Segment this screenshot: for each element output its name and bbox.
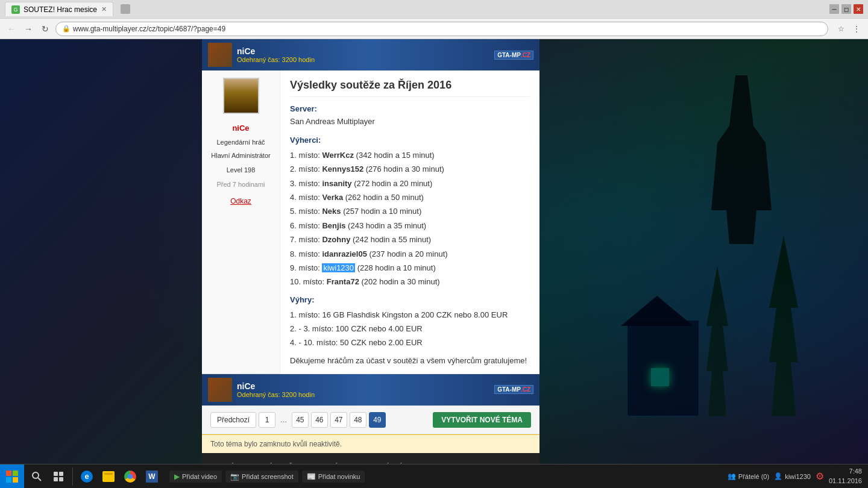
profile-link: Odkaz xyxy=(230,196,251,205)
winners-label: Výherci: xyxy=(290,136,530,145)
browser-tab[interactable]: G SOUTEZ! Hrac mesice ✕ xyxy=(5,2,113,16)
winner-row-2: 2. místo: Kennys152 (276 hodin a 30 minu… xyxy=(290,162,530,176)
profile-sidebar: niCe Legendární hráč Hlavní Administráto… xyxy=(202,70,280,374)
post-footer: Děkujeme hráčům za účast v soutěži a vše… xyxy=(290,356,530,365)
search-taskbar-icon[interactable] xyxy=(27,465,47,488)
user-avatar-icon: 👤 xyxy=(774,472,782,480)
winner-row-1: 1. místo: WerrKcz (342 hodin a 15 minut) xyxy=(290,148,530,162)
prizes-list: 1. místo: 16 GB Flashdisk Kingston a 200… xyxy=(290,308,530,350)
nav-right-icons: ☆ ⋮ xyxy=(834,22,863,36)
browser-chrome: G SOUTEZ! Hrac mesice ✕ ─ ◻ ✕ ← → ↻ 🔒 ww… xyxy=(0,0,868,39)
friends-icon: 👥 xyxy=(728,472,736,480)
winner-row-4: 4. místo: Verka (262 hodin a 50 minut) xyxy=(290,190,530,204)
winner-row-7: 7. místo: Dzohny (242 hodin a 55 minut) xyxy=(290,233,530,246)
bookmark-icon[interactable]: ☆ xyxy=(834,22,848,36)
banner-username: niCe xyxy=(237,46,489,56)
gta-logo-suffix: .CZ xyxy=(521,52,530,58)
gta-logo-text: GTA-MP xyxy=(497,52,521,58)
bottom-user-banner: niCe Odehraný čas: 3200 hodin GTA-MP.CZ xyxy=(202,374,539,405)
prev-page-btn[interactable]: Předchozí xyxy=(210,412,256,428)
back-btn[interactable]: ← xyxy=(5,22,18,36)
bottom-banner-avatar xyxy=(208,378,232,402)
profile-time: Před 7 hodinami xyxy=(216,181,265,188)
taskbar-clock: 7:48 01.11.2016 xyxy=(829,467,862,486)
page-49-btn[interactable]: 49 xyxy=(369,412,386,428)
tab-favicon: G xyxy=(11,5,20,14)
banner-avatar xyxy=(208,43,232,67)
add-news-btn[interactable]: 📰 Přidat novinku xyxy=(302,471,365,483)
forward-btn[interactable]: → xyxy=(22,22,35,36)
taskbar: e W ▶ Přidat video 📷 xyxy=(0,464,868,488)
friends-btn[interactable]: 👥 Přátelé (0) xyxy=(728,472,769,480)
server-label: Server: xyxy=(290,104,530,113)
restore-btn[interactable]: ◻ xyxy=(841,4,851,14)
browser-titlebar: G SOUTEZ! Hrac mesice ✕ ─ ◻ ✕ xyxy=(0,0,868,18)
explorer-taskbar-icon[interactable] xyxy=(98,465,119,488)
add-screenshot-label: Přidat screenshot xyxy=(242,473,294,480)
page-48-btn[interactable]: 48 xyxy=(350,412,366,428)
banner-playtime: Odehraný čas: 3200 hodin xyxy=(237,56,489,63)
page-45-btn[interactable]: 45 xyxy=(292,412,309,428)
settings-gear-icon[interactable]: ⚙ xyxy=(816,471,824,482)
page-background: niCe Odehraný čas: 3200 hodin GTA-MP.CZ … xyxy=(0,39,868,488)
add-news-label: Přidat novinku xyxy=(318,473,360,480)
word-taskbar-icon[interactable]: W xyxy=(142,465,162,488)
gta-logo-bottom: GTA-MP.CZ xyxy=(494,385,533,394)
svg-rect-1 xyxy=(13,471,18,476)
profile-title: Legendární hráč xyxy=(216,139,265,146)
pagination-ellipsis: ... xyxy=(278,415,289,424)
winner-row-3: 3. místo: insanity (272 hodin a 20 minut… xyxy=(290,177,530,190)
minimize-btn[interactable]: ─ xyxy=(829,4,839,14)
top-user-banner: niCe Odehraný čas: 3200 hodin GTA-MP.CZ xyxy=(202,39,539,70)
taskbar-username: kiwi1230 xyxy=(785,473,811,480)
edge-taskbar-icon[interactable]: e xyxy=(77,465,97,488)
page-46-btn[interactable]: 46 xyxy=(311,412,328,428)
winner-row-10: 10. místo: Franta72 (202 hodin a 30 minu… xyxy=(290,275,530,289)
bottom-banner-playtime: Odehraný čas: 3200 hodin xyxy=(237,391,315,398)
svg-rect-3 xyxy=(13,477,18,483)
close-btn[interactable]: ✕ xyxy=(854,4,863,14)
odkaz-link[interactable]: Odkaz xyxy=(230,197,251,205)
taskbar-add-buttons: ▶ Přidat video 📷 Přidat screenshot 📰 Při… xyxy=(165,471,370,483)
gta-logo-bottom-text: GTA-MP xyxy=(497,386,521,393)
address-text: www.gta-multiplayer.cz/cz/topic/4687/?pa… xyxy=(73,25,225,33)
address-bar[interactable]: 🔒 www.gta-multiplayer.cz/cz/topic/4687/?… xyxy=(55,22,828,36)
page-1-btn[interactable]: 1 xyxy=(259,412,275,428)
svg-rect-6 xyxy=(54,472,58,476)
bg-glow-window xyxy=(651,368,669,386)
post-area: niCe Legendární hráč Hlavní Administráto… xyxy=(202,70,539,374)
new-tab-icon[interactable] xyxy=(121,4,130,14)
taskbar-pinned-icons: e W xyxy=(24,465,165,488)
svg-rect-8 xyxy=(54,477,58,481)
start-button[interactable] xyxy=(0,465,24,489)
profile-username[interactable]: niCe xyxy=(232,124,249,133)
profile-avatar xyxy=(223,78,259,114)
svg-rect-2 xyxy=(6,477,11,483)
windows-logo-icon xyxy=(6,471,18,483)
user-profile-taskbar[interactable]: 👤 kiwi1230 xyxy=(774,472,811,480)
chrome-taskbar-icon[interactable] xyxy=(120,465,140,488)
add-video-btn[interactable]: ▶ Přidat video xyxy=(169,471,222,483)
screenshot-icon: 📷 xyxy=(230,472,239,481)
taskbar-right-area: 👥 Přátelé (0) 👤 kiwi1230 ⚙ 7:48 01.11.20… xyxy=(722,467,868,486)
profile-level: Level 198 xyxy=(227,166,256,174)
main-content-panel: niCe Odehraný čas: 3200 hodin GTA-MP.CZ … xyxy=(202,39,539,488)
post-title: Výsledky soutěže za Říjen 2016 xyxy=(290,79,530,97)
taskview-taskbar-icon[interactable] xyxy=(48,465,69,488)
news-icon: 📰 xyxy=(307,472,316,481)
taskbar-time: 7:48 xyxy=(829,467,862,476)
post-content: Výsledky soutěže za Říjen 2016 Server: S… xyxy=(280,70,539,374)
video-icon: ▶ xyxy=(174,472,180,481)
gta-logo-top: GTA-MP.CZ xyxy=(494,51,533,60)
lock-icon: 🔒 xyxy=(62,25,71,33)
create-topic-btn[interactable]: VYTVOŘIT NOVÉ TÉMA xyxy=(433,412,531,428)
page-47-btn[interactable]: 47 xyxy=(330,412,347,428)
pagination-bar: Předchozí 1 ... 45 46 47 48 49 VYTVOŘIT … xyxy=(202,405,539,434)
browser-nav: ← → ↻ 🔒 www.gta-multiplayer.cz/cz/topic/… xyxy=(0,18,868,39)
refresh-btn[interactable]: ↻ xyxy=(39,22,52,36)
add-screenshot-btn[interactable]: 📷 Přidat screenshot xyxy=(225,471,298,483)
menu-icon[interactable]: ⋮ xyxy=(850,22,863,36)
bottom-banner-username: niCe xyxy=(237,381,315,391)
winner-row-5: 5. místo: Neks (257 hodin a 10 minut) xyxy=(290,204,530,218)
tab-close-icon[interactable]: ✕ xyxy=(101,5,107,13)
